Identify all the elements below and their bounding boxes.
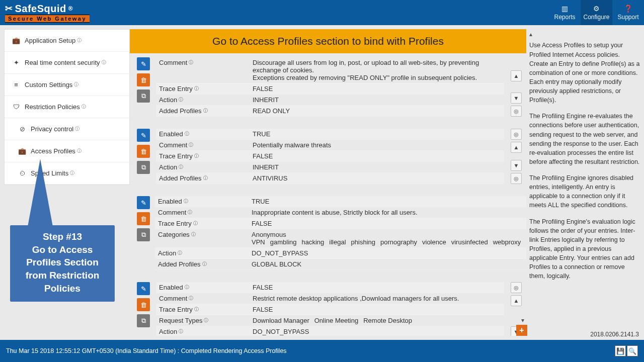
info-icon: ⓘ bbox=[77, 37, 82, 44]
category-tag: pornography bbox=[380, 238, 417, 246]
field-value-trace: FALSE bbox=[250, 151, 504, 161]
question-icon: ❓ bbox=[624, 5, 632, 13]
field-value-comment: Inappropriate content is abuse, Strictly… bbox=[249, 207, 526, 218]
policy-entry: ✎ 🗑 ⧉ EnabledⓘTRUE CommentⓘPotentially m… bbox=[137, 129, 523, 184]
info-icon: ⓘ bbox=[102, 59, 106, 66]
field-label-comment: Comment bbox=[159, 295, 187, 302]
info-icon: ⓘ bbox=[188, 209, 192, 216]
nav-reports[interactable]: ▥ Reports bbox=[549, 0, 581, 25]
policy-entry: ✎ 🗑 ⧉ EnabledⓘFALSE CommentⓘRestrict rem… bbox=[137, 282, 523, 336]
info-icon: ⓘ bbox=[203, 108, 208, 114]
field-value-trace: FALSE bbox=[250, 304, 504, 315]
delete-button[interactable]: 🗑 bbox=[137, 73, 150, 86]
info-icon: ⓘ bbox=[204, 317, 208, 324]
move-up-button[interactable]: ▲ bbox=[511, 295, 522, 306]
policy-entry: ✎ 🗑 ⧉ EnabledⓘTRUE CommentⓘInappropriate… bbox=[137, 196, 523, 270]
sidebar-item-label: Application Setup bbox=[25, 37, 75, 44]
sidebar-item-realtime-content[interactable]: ✦ Real time content security ⓘ bbox=[5, 52, 129, 74]
sidebar-item-speed-limits[interactable]: ⏲ Speed Limits ⓘ bbox=[5, 162, 129, 185]
sidebar-item-privacy-control[interactable]: ⊘ Privacy control ⓘ bbox=[5, 118, 129, 140]
shield-icon: 🛡 bbox=[12, 103, 21, 111]
sidebar-item-label: Privacy control bbox=[31, 125, 73, 133]
field-label-added: Added Profiles bbox=[159, 174, 202, 182]
field-label-trace: Trace Entry bbox=[159, 306, 193, 313]
add-entry-button[interactable]: + bbox=[516, 325, 527, 336]
sidebar-item-restriction-policies[interactable]: 🛡 Restriction Policies ⓘ bbox=[5, 96, 129, 118]
field-label-added: Added Profiles bbox=[159, 107, 202, 115]
info-icon: ⓘ bbox=[191, 231, 196, 238]
delete-button[interactable]: 🗑 bbox=[137, 212, 150, 225]
field-value-added: ANTIVIRUS bbox=[250, 173, 504, 184]
info-icon: ⓘ bbox=[75, 126, 79, 132]
clone-button[interactable]: ⧉ bbox=[137, 89, 150, 103]
save-config-button[interactable]: 💾 bbox=[615, 345, 626, 356]
field-label-trace: Trace Entry bbox=[158, 220, 192, 227]
bar-chart-icon: ▥ bbox=[561, 5, 568, 13]
sidebar-item-access-profiles[interactable]: 💼 Access Profiles ⓘ bbox=[5, 140, 129, 162]
edit-button[interactable]: ✎ bbox=[137, 196, 150, 209]
top-nav: ▥ Reports ⚙ Configure ❓ Support bbox=[549, 0, 644, 25]
version-label: 2018.0206.2141.3 bbox=[590, 331, 639, 338]
field-label-comment: Comment bbox=[159, 59, 187, 66]
move-down-button[interactable]: ▼ bbox=[511, 160, 522, 171]
help-paragraph: Use Access Profiles to setup your Profil… bbox=[529, 41, 640, 105]
info-icon: ⓘ bbox=[70, 170, 74, 176]
info-icon: ⓘ bbox=[189, 142, 193, 148]
search-button[interactable]: 🔍 bbox=[627, 345, 638, 356]
info-icon: ⓘ bbox=[194, 85, 199, 92]
collapse-help-icon[interactable]: ▴ bbox=[529, 30, 532, 39]
edit-button[interactable]: ✎ bbox=[137, 129, 150, 142]
field-value-added: GLOBAL BLOCK bbox=[249, 259, 526, 269]
sidebar-item-application-setup[interactable]: 💼 Application Setup ⓘ bbox=[5, 30, 129, 52]
field-value-categories: Anonymous VPNgamblinghackingillegalphish… bbox=[249, 229, 526, 247]
top-bar: ✂ SafeSquid ® Secure Web Gateway ▥ Repor… bbox=[0, 0, 644, 25]
nav-configure[interactable]: ⚙ Configure bbox=[581, 0, 612, 25]
request-type-tag: Remote Desktop bbox=[363, 317, 412, 324]
target-button[interactable]: ◎ bbox=[511, 129, 522, 140]
search-icon: 🔍 bbox=[628, 347, 636, 355]
field-label-trace: Trace Entry bbox=[159, 152, 193, 160]
brand-scissor-icon: ✂ bbox=[5, 3, 13, 14]
sliders-icon: ≡ bbox=[12, 81, 21, 88]
instruction-banner: Go to Access Profiles section to bind wi… bbox=[130, 29, 526, 53]
wand-icon: ✦ bbox=[12, 59, 21, 66]
clone-button[interactable]: ⧉ bbox=[137, 161, 150, 174]
target-button[interactable]: ◎ bbox=[511, 173, 522, 184]
request-type-tag: Online Meeting bbox=[314, 317, 358, 324]
edit-button[interactable]: ✎ bbox=[137, 57, 150, 70]
field-value-enabled: TRUE bbox=[249, 196, 526, 207]
info-icon: ⓘ bbox=[193, 220, 198, 227]
edit-button[interactable]: ✎ bbox=[137, 282, 150, 295]
sidebar-item-label: Access Profiles bbox=[31, 147, 75, 155]
field-label-action: Action bbox=[159, 96, 177, 104]
brand-tagline: Secure Web Gateway bbox=[5, 15, 90, 23]
scroll-down-indicator[interactable]: ▾ bbox=[521, 317, 524, 324]
info-icon: ⓘ bbox=[179, 164, 183, 170]
delete-button[interactable]: 🗑 bbox=[137, 298, 150, 311]
help-paragraph: The Profiling Engine's evaluation logic … bbox=[529, 217, 640, 281]
policy-entry: ✎ 🗑 ⧉ EnabledⓘFALSE CommentⓘDiscourage a… bbox=[137, 57, 523, 117]
field-value-comment: Discourage all users from log in, post, … bbox=[250, 57, 504, 83]
move-up-button[interactable]: ▲ bbox=[511, 70, 522, 81]
target-button[interactable]: ◎ bbox=[511, 282, 522, 293]
info-icon: ⓘ bbox=[179, 97, 183, 103]
field-value-comment: Potentially malware threats bbox=[250, 140, 504, 150]
category-tag: illegal bbox=[329, 238, 346, 246]
clone-button[interactable]: ⧉ bbox=[137, 228, 150, 241]
target-button[interactable]: ◎ bbox=[511, 106, 522, 117]
category-tag: webproxy bbox=[493, 238, 521, 246]
info-icon: ⓘ bbox=[189, 295, 193, 302]
clone-button[interactable]: ⧉ bbox=[137, 314, 150, 327]
field-value-reqtypes: Download ManagerOnline MeetingRemote Des… bbox=[250, 315, 504, 326]
field-value-action: DO_NOT_BYPASS bbox=[249, 248, 526, 258]
field-label-enabled: Enabled bbox=[158, 198, 182, 205]
sidebar-item-custom-settings[interactable]: ≡ Custom Settings ⓘ bbox=[5, 74, 129, 96]
delete-button[interactable]: 🗑 bbox=[137, 145, 150, 158]
field-value-action: INHERIT bbox=[250, 162, 504, 172]
move-up-button[interactable]: ▲ bbox=[511, 142, 522, 153]
move-down-button[interactable]: ▼ bbox=[511, 93, 522, 104]
nav-support[interactable]: ❓ Support bbox=[612, 0, 644, 25]
brand-logo: ✂ SafeSquid ® Secure Web Gateway bbox=[5, 0, 90, 25]
info-icon: ⓘ bbox=[82, 104, 86, 110]
field-label-enabled: Enabled bbox=[159, 284, 183, 291]
